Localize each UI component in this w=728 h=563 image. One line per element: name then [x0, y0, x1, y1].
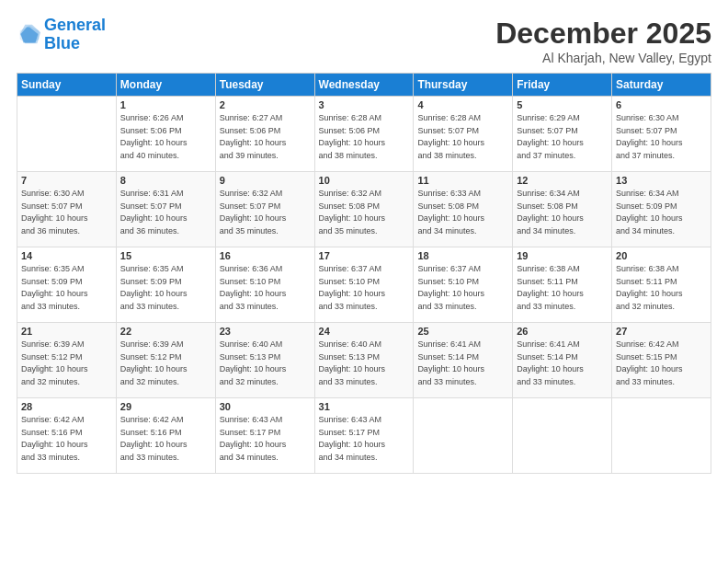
calendar-cell: 13Sunrise: 6:34 AM Sunset: 5:09 PM Dayli…	[612, 172, 711, 247]
logo-icon	[17, 22, 42, 48]
day-number: 9	[220, 175, 311, 186]
day-info: Sunrise: 6:27 AM Sunset: 5:06 PM Dayligh…	[220, 112, 311, 162]
calendar-week-row: 28Sunrise: 6:42 AM Sunset: 5:16 PM Dayli…	[17, 398, 711, 474]
month-title: December 2025	[495, 17, 711, 51]
calendar-cell: 30Sunrise: 6:43 AM Sunset: 5:17 PM Dayli…	[215, 398, 314, 474]
day-number: 1	[120, 99, 211, 110]
col-header-saturday: Saturday	[612, 74, 711, 97]
day-info: Sunrise: 6:39 AM Sunset: 5:12 PM Dayligh…	[21, 339, 112, 388]
calendar-cell: 24Sunrise: 6:40 AM Sunset: 5:13 PM Dayli…	[314, 323, 414, 398]
day-number: 7	[21, 175, 112, 186]
day-number: 10	[319, 175, 410, 186]
calendar-cell: 14Sunrise: 6:35 AM Sunset: 5:09 PM Dayli…	[17, 247, 117, 323]
day-info: Sunrise: 6:42 AM Sunset: 5:16 PM Dayligh…	[120, 414, 211, 464]
calendar-cell	[513, 398, 612, 474]
calendar-cell: 8Sunrise: 6:31 AM Sunset: 5:07 PM Daylig…	[116, 172, 215, 247]
day-number: 21	[21, 326, 112, 337]
calendar-header-row: SundayMondayTuesdayWednesdayThursdayFrid…	[17, 74, 711, 97]
day-number: 25	[417, 326, 508, 337]
day-number: 8	[120, 175, 211, 186]
day-number: 11	[417, 175, 508, 186]
location: Al Kharjah, New Valley, Egypt	[495, 51, 711, 65]
calendar-cell: 5Sunrise: 6:29 AM Sunset: 5:07 PM Daylig…	[513, 97, 612, 172]
day-info: Sunrise: 6:38 AM Sunset: 5:11 PM Dayligh…	[517, 263, 608, 313]
calendar-cell: 26Sunrise: 6:41 AM Sunset: 5:14 PM Dayli…	[513, 323, 612, 398]
col-header-friday: Friday	[513, 74, 612, 97]
day-number: 29	[120, 401, 211, 412]
day-number: 30	[220, 401, 311, 412]
day-number: 13	[616, 175, 707, 186]
day-info: Sunrise: 6:31 AM Sunset: 5:07 PM Dayligh…	[120, 188, 211, 237]
day-number: 19	[517, 250, 608, 261]
calendar-cell: 18Sunrise: 6:37 AM Sunset: 5:10 PM Dayli…	[414, 247, 513, 323]
day-number: 20	[616, 250, 707, 261]
calendar-week-row: 7Sunrise: 6:30 AM Sunset: 5:07 PM Daylig…	[17, 172, 711, 247]
calendar-cell: 25Sunrise: 6:41 AM Sunset: 5:14 PM Dayli…	[414, 323, 513, 398]
day-info: Sunrise: 6:36 AM Sunset: 5:10 PM Dayligh…	[220, 263, 311, 313]
calendar-cell: 15Sunrise: 6:35 AM Sunset: 5:09 PM Dayli…	[116, 247, 215, 323]
day-info: Sunrise: 6:32 AM Sunset: 5:07 PM Dayligh…	[220, 188, 311, 237]
title-block: December 2025 Al Kharjah, New Valley, Eg…	[495, 17, 711, 65]
calendar-cell: 19Sunrise: 6:38 AM Sunset: 5:11 PM Dayli…	[513, 247, 612, 323]
day-number: 17	[319, 250, 410, 261]
calendar-cell: 11Sunrise: 6:33 AM Sunset: 5:08 PM Dayli…	[414, 172, 513, 247]
calendar-cell: 21Sunrise: 6:39 AM Sunset: 5:12 PM Dayli…	[17, 323, 117, 398]
day-info: Sunrise: 6:42 AM Sunset: 5:15 PM Dayligh…	[616, 339, 707, 388]
calendar-cell: 12Sunrise: 6:34 AM Sunset: 5:08 PM Dayli…	[513, 172, 612, 247]
day-number: 18	[417, 250, 508, 261]
logo: GeneralBlue	[17, 17, 106, 53]
col-header-wednesday: Wednesday	[314, 74, 414, 97]
day-info: Sunrise: 6:43 AM Sunset: 5:17 PM Dayligh…	[319, 414, 410, 464]
day-info: Sunrise: 6:39 AM Sunset: 5:12 PM Dayligh…	[120, 339, 211, 388]
calendar-cell	[414, 398, 513, 474]
calendar-cell: 31Sunrise: 6:43 AM Sunset: 5:17 PM Dayli…	[314, 398, 414, 474]
day-info: Sunrise: 6:28 AM Sunset: 5:07 PM Dayligh…	[417, 112, 508, 162]
calendar-cell: 4Sunrise: 6:28 AM Sunset: 5:07 PM Daylig…	[414, 97, 513, 172]
calendar-week-row: 1Sunrise: 6:26 AM Sunset: 5:06 PM Daylig…	[17, 97, 711, 172]
day-number: 24	[319, 326, 410, 337]
calendar-week-row: 14Sunrise: 6:35 AM Sunset: 5:09 PM Dayli…	[17, 247, 711, 323]
calendar-cell: 9Sunrise: 6:32 AM Sunset: 5:07 PM Daylig…	[215, 172, 314, 247]
day-info: Sunrise: 6:43 AM Sunset: 5:17 PM Dayligh…	[220, 414, 311, 464]
calendar-cell: 20Sunrise: 6:38 AM Sunset: 5:11 PM Dayli…	[612, 247, 711, 323]
day-number: 14	[21, 250, 112, 261]
day-info: Sunrise: 6:40 AM Sunset: 5:13 PM Dayligh…	[319, 339, 410, 388]
day-info: Sunrise: 6:38 AM Sunset: 5:11 PM Dayligh…	[616, 263, 707, 313]
day-info: Sunrise: 6:26 AM Sunset: 5:06 PM Dayligh…	[120, 112, 211, 162]
calendar-cell: 1Sunrise: 6:26 AM Sunset: 5:06 PM Daylig…	[116, 97, 215, 172]
day-info: Sunrise: 6:30 AM Sunset: 5:07 PM Dayligh…	[21, 188, 112, 237]
col-header-sunday: Sunday	[17, 74, 117, 97]
day-info: Sunrise: 6:29 AM Sunset: 5:07 PM Dayligh…	[517, 112, 608, 162]
day-number: 4	[417, 99, 508, 110]
calendar-cell: 22Sunrise: 6:39 AM Sunset: 5:12 PM Dayli…	[116, 323, 215, 398]
day-number: 15	[120, 250, 211, 261]
day-number: 6	[616, 99, 707, 110]
calendar-cell: 10Sunrise: 6:32 AM Sunset: 5:08 PM Dayli…	[314, 172, 414, 247]
calendar-cell	[17, 97, 117, 172]
calendar-cell: 16Sunrise: 6:36 AM Sunset: 5:10 PM Dayli…	[215, 247, 314, 323]
page-header: GeneralBlue December 2025 Al Kharjah, Ne…	[17, 17, 711, 65]
calendar-cell: 23Sunrise: 6:40 AM Sunset: 5:13 PM Dayli…	[215, 323, 314, 398]
day-info: Sunrise: 6:32 AM Sunset: 5:08 PM Dayligh…	[319, 188, 410, 237]
day-info: Sunrise: 6:35 AM Sunset: 5:09 PM Dayligh…	[120, 263, 211, 313]
day-number: 26	[517, 326, 608, 337]
day-info: Sunrise: 6:37 AM Sunset: 5:10 PM Dayligh…	[417, 263, 508, 313]
col-header-monday: Monday	[116, 74, 215, 97]
day-info: Sunrise: 6:41 AM Sunset: 5:14 PM Dayligh…	[517, 339, 608, 388]
day-number: 23	[220, 326, 311, 337]
day-info: Sunrise: 6:28 AM Sunset: 5:06 PM Dayligh…	[319, 112, 410, 162]
calendar-cell: 7Sunrise: 6:30 AM Sunset: 5:07 PM Daylig…	[17, 172, 117, 247]
calendar-cell	[612, 398, 711, 474]
day-info: Sunrise: 6:37 AM Sunset: 5:10 PM Dayligh…	[319, 263, 410, 313]
day-number: 3	[319, 99, 410, 110]
calendar-cell: 2Sunrise: 6:27 AM Sunset: 5:06 PM Daylig…	[215, 97, 314, 172]
day-info: Sunrise: 6:33 AM Sunset: 5:08 PM Dayligh…	[417, 188, 508, 237]
day-info: Sunrise: 6:41 AM Sunset: 5:14 PM Dayligh…	[417, 339, 508, 388]
day-number: 12	[517, 175, 608, 186]
day-info: Sunrise: 6:30 AM Sunset: 5:07 PM Dayligh…	[616, 112, 707, 162]
calendar-cell: 27Sunrise: 6:42 AM Sunset: 5:15 PM Dayli…	[612, 323, 711, 398]
day-number: 22	[120, 326, 211, 337]
calendar-week-row: 21Sunrise: 6:39 AM Sunset: 5:12 PM Dayli…	[17, 323, 711, 398]
day-info: Sunrise: 6:34 AM Sunset: 5:09 PM Dayligh…	[616, 188, 707, 237]
calendar-cell: 6Sunrise: 6:30 AM Sunset: 5:07 PM Daylig…	[612, 97, 711, 172]
